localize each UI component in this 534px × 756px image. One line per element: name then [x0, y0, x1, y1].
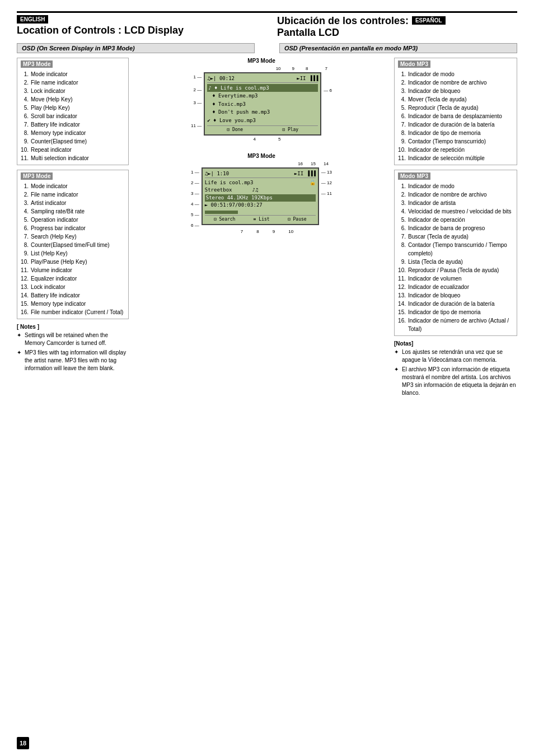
lcd2-row1: ♫►| 1:10 ►II ▐▐▐ — [205, 171, 316, 178]
spanish-modo-mp3-2-list: 1.Indicador de modo 2.Indicador de nombr… — [398, 182, 513, 333]
list-item: 14.Battery life indicator — [21, 291, 125, 300]
spanish-nota1-text: Los ajustes se retendrán una vez que se … — [402, 348, 517, 364]
lcd2-rnum-12: — 12 — [321, 180, 332, 185]
lcd1-btn-done: ⊡ Done — [227, 127, 243, 132]
list-item: 6.Indicador de barra de progreso — [398, 224, 513, 232]
lcd1-row1: ♫►| 00:12 ►II ▐▐▐ — [207, 76, 318, 83]
list-item: 4.Velocidad de muestreo / velocidad de b… — [398, 207, 513, 216]
spanish-badge: ESPAÑOL — [412, 16, 446, 25]
center-diagrams: MP3 Mode 10 9 8 7 1 — 2 — 3 — 11 — — [133, 58, 390, 397]
list-item: 2.File name indicator — [21, 190, 125, 199]
top-border — [17, 11, 517, 13]
lcd2-bnum-10: 10 — [288, 229, 293, 234]
list-item: 11.Indicador de selección múltiple — [398, 154, 513, 162]
lcd2-bnum-8: 8 — [256, 229, 259, 234]
english-note1-text: Settings will be retained when the Memor… — [25, 332, 129, 347]
lcd1-right-nums: — 6 — [324, 72, 332, 93]
spanish-osd-header: OSD (Presentación en pantalla en modo MP… — [279, 43, 517, 53]
lcd2-title: MP3 Mode — [247, 153, 275, 159]
lcd1-num-7: 7 — [325, 66, 327, 71]
lcd1-file1: ♪ ♦ Life is cool.mp3 — [207, 84, 318, 92]
list-item: 9.Counter(Elapsed time) — [21, 137, 125, 146]
list-item: 13.Indicador de bloqueo — [398, 291, 513, 300]
page: ENGLISH Location of Controls : LCD Displ… — [0, 0, 534, 756]
page-number: 18 — [17, 737, 29, 749]
lcd1-bnum-4: 4 — [254, 137, 256, 142]
lcd2-lock-icon: 🔒 — [310, 179, 316, 187]
lcd1-lnum-3: 3 — — [194, 100, 202, 105]
list-item: 4.Sampling rate/Bit rate — [21, 207, 125, 216]
spanish-notas: [Notas] ✦ Los ajustes se retendrán una v… — [394, 340, 517, 397]
lcd1-row1-right: ►II ▐▐▐ — [297, 76, 318, 81]
list-item: 10.Reproducir / Pausa (Tecla de ayuda) — [398, 266, 513, 274]
lcd2-rnum-13: — 13 — [321, 170, 332, 175]
english-notes: [ Notes ] ✦ Settings will be retained wh… — [17, 324, 129, 372]
list-item: 2.File name indicator — [21, 78, 125, 87]
lcd1-btn-play: ⊡ Play — [282, 127, 298, 132]
lcd2-row1-right: ►II ▐▐▐ — [294, 171, 316, 176]
lcd2-btn-search: ⊡ Search — [214, 217, 236, 222]
spanish-header: Ubicación de los controles: ESPAÑOL Pant… — [277, 15, 517, 39]
lcd1-file2: ♦ Everytime.mp3 — [207, 92, 318, 100]
lcd2-lnum-2: 2 — — [191, 180, 199, 185]
list-item: 12.Indicador de ecualizador — [398, 283, 513, 291]
spanish-modo-mp3-1-list: 1.Indicador de modo 2.Indicador de nombr… — [398, 70, 513, 162]
spanish-title1: Ubicación de los controles: — [277, 15, 409, 27]
list-item: 1.Indicador de modo — [398, 182, 513, 190]
lcd2-left-nums: 1 — 2 — 3 — 4 — 5 — 6 — — [191, 167, 199, 228]
english-notes-title: [ Notes ] — [17, 324, 129, 330]
english-mp3-mode1-list: 1.Mode indicator 2.File name indicator 3… — [21, 70, 125, 162]
list-item: 6.Indicador de barra de desplazamiento — [398, 112, 513, 120]
lcd1-rnum-6: — 6 — [324, 88, 332, 93]
list-item: 7.Search (Help Key) — [21, 232, 125, 241]
list-item: 8.Memory type indicator — [21, 129, 125, 137]
english-note2: ✦ MP3 files with tag information will di… — [17, 349, 129, 372]
spanish-modo-mp3-1-title: Modo MP3 — [398, 60, 430, 68]
list-item: 1.Indicador de modo — [398, 70, 513, 78]
english-mp3-mode2-box: MP3 Mode 1.Mode indicator 2.File name in… — [17, 170, 129, 319]
list-item: 9.Lista (Tecla de ayuda) — [398, 258, 513, 266]
lcd2-num-15: 15 — [311, 161, 316, 166]
note-bullet-icon: ✦ — [17, 332, 22, 347]
spanish-notas-title: [Notas] — [394, 340, 517, 347]
lcd1-row1-left: ♫►| 00:12 — [207, 76, 235, 81]
list-item: 3.Lock indicator — [21, 87, 125, 95]
lcd1-filelist: ♪ ♦ Life is cool.mp3 ♦ Everytime.mp3 ♦ T… — [207, 84, 318, 124]
lcd2-btn-pause: ⊡ Pause — [288, 217, 307, 222]
main-content: MP3 Mode 1.Mode indicator 2.File name in… — [17, 58, 517, 397]
english-osd-header: OSD (On Screen Display in MP3 Mode) — [17, 43, 255, 53]
list-item: 5.Indicador de operación — [398, 216, 513, 224]
spanish-nota2: ✦ El archivo MP3 con información de etiq… — [394, 366, 517, 397]
list-item: 4.Mover (Tecla de ayuda) — [398, 95, 513, 104]
lcd2-filename: Life is cool.mp3 — [205, 179, 254, 187]
list-item: 10.Play/Pause (Help Key) — [21, 258, 125, 266]
spanish-osd-header-wrapper: OSD (Presentación en pantalla en modo MP… — [279, 43, 517, 55]
lcd1-lnum-1: 1 — — [194, 74, 202, 80]
lcd2-btn-list: ≡ List — [254, 217, 270, 222]
lcd2-bnum-7: 7 — [241, 229, 243, 234]
spanish-nota1: ✦ Los ajustes se retendrán una vez que s… — [394, 348, 517, 364]
note-bullet-icon: ✦ — [394, 366, 400, 397]
lcd1-btns: ⊡ Done ⊡ Play — [207, 125, 318, 132]
lcd2-lnum-5: 5 — — [191, 212, 199, 217]
list-item: 10.Repeat indicator — [21, 146, 125, 154]
lcd1-diagram: 10 9 8 7 1 — 2 — 3 — 11 — — [191, 66, 332, 142]
list-item: 2.Indicador de nombre de archivo — [398, 190, 513, 199]
lcd2-num-16: 16 — [298, 161, 303, 166]
lcd1-left-nums: 1 — 2 — 3 — 11 — — [191, 72, 202, 128]
list-item: 7.Buscar (Tecla de ayuda) — [398, 232, 513, 241]
list-item: 15.Indicador de tipo de memoria — [398, 308, 513, 316]
english-lists: MP3 Mode 1.Mode indicator 2.File name in… — [17, 58, 129, 397]
lcd2-lnum-3: 3 — — [191, 191, 199, 196]
list-item: 5.Operation indicator — [21, 216, 125, 224]
lcd1-num-8: 8 — [306, 66, 308, 71]
lcd2-btns: ⊡ Search ≡ List ⊡ Pause — [205, 215, 316, 222]
english-note1: ✦ Settings will be retained when the Mem… — [17, 332, 129, 347]
list-item: 3.Indicador de artista — [398, 199, 513, 207]
lcd1-num-10: 10 — [276, 66, 281, 71]
lcd2-screen: ♫►| 1:10 ►II ▐▐▐ Life is cool.mp3 🔒 Stre… — [202, 167, 319, 225]
list-item: 1.Mode indicator — [21, 70, 125, 78]
spanish-nota2-text: El archivo MP3 con información de etique… — [402, 366, 517, 397]
lcd2-right-nums: — 13 — 12 — 11 — [321, 167, 332, 196]
list-item: 13.Lock indicator — [21, 283, 125, 291]
